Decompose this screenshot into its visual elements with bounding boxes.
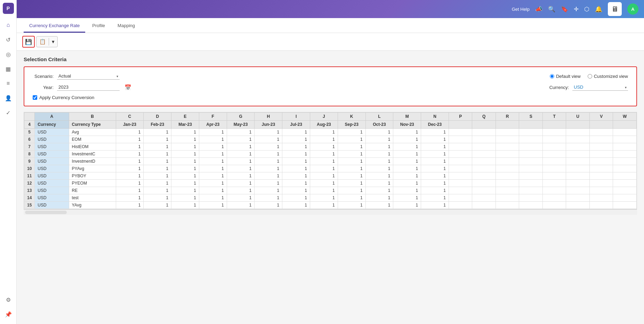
cell-val-0-6[interactable]: 1 <box>282 129 310 136</box>
cell-val-3-5[interactable]: 1 <box>255 151 282 158</box>
table-row[interactable]: 10USDPYAvg111111111111 <box>24 165 637 172</box>
tab-currency-exchange-rate[interactable]: Currency Exchange Rate <box>24 18 85 33</box>
cell-currency-2[interactable]: USD <box>35 143 69 151</box>
table-row[interactable]: 15USDYAvg111111111111 <box>24 202 637 209</box>
col-header-D[interactable]: D <box>144 113 171 121</box>
cell-val-6-7[interactable]: 1 <box>310 172 338 180</box>
currency-select[interactable]: USD <box>572 84 628 91</box>
table-row[interactable]: 13USDRE111111111111 <box>24 187 637 194</box>
apply-currency-checkbox[interactable] <box>33 95 37 100</box>
cell-val-7-10[interactable]: 1 <box>393 180 421 187</box>
customized-view-radio-label[interactable]: Customized view <box>588 74 628 79</box>
table-row[interactable]: 11USDPYBOY111111111111 <box>24 172 637 180</box>
table-row[interactable]: 9USDInvestmentD111111111111 <box>24 158 637 165</box>
cell-val-7-7[interactable]: 1 <box>310 180 338 187</box>
cell-val-10-3[interactable]: 1 <box>199 202 227 209</box>
export-dropdown-arrow[interactable]: ▾ <box>49 37 57 47</box>
cell-val-10-2[interactable]: 1 <box>171 202 199 209</box>
cell-val-7-6[interactable]: 1 <box>282 180 310 187</box>
cell-val-3-4[interactable]: 1 <box>227 151 255 158</box>
cell-val-7-0[interactable]: 1 <box>116 180 144 187</box>
app-logo[interactable]: P <box>3 3 14 14</box>
cell-val-3-2[interactable]: 1 <box>171 151 199 158</box>
header-may23[interactable]: May-23 <box>227 121 255 129</box>
cell-currency-10[interactable]: USD <box>35 202 69 209</box>
cell-val-0-7[interactable]: 1 <box>310 129 338 136</box>
col-header-K[interactable]: K <box>338 113 365 121</box>
cell-val-9-2[interactable]: 1 <box>171 194 199 202</box>
cell-val-9-3[interactable]: 1 <box>199 194 227 202</box>
col-header-R[interactable]: R <box>496 113 519 121</box>
header-dec23[interactable]: Dec-23 <box>421 121 449 129</box>
cell-val-5-7[interactable]: 1 <box>310 165 338 172</box>
cell-val-10-9[interactable]: 1 <box>365 202 393 209</box>
cell-val-5-2[interactable]: 1 <box>171 165 199 172</box>
cell-val-9-1[interactable]: 1 <box>144 194 171 202</box>
cell-val-8-10[interactable]: 1 <box>393 187 421 194</box>
cell-currency-0[interactable]: USD <box>35 129 69 136</box>
cell-val-2-2[interactable]: 1 <box>171 143 199 151</box>
col-header-H[interactable]: H <box>255 113 282 121</box>
cell-val-8-9[interactable]: 1 <box>365 187 393 194</box>
cell-val-10-10[interactable]: 1 <box>393 202 421 209</box>
cell-val-2-5[interactable]: 1 <box>255 143 282 151</box>
sidebar-item-pin[interactable]: 📌 <box>2 308 15 321</box>
cell-currency-9[interactable]: USD <box>35 194 69 202</box>
cell-val-10-1[interactable]: 1 <box>144 202 171 209</box>
col-header-S[interactable]: S <box>519 113 543 121</box>
cell-val-10-4[interactable]: 1 <box>227 202 255 209</box>
cell-val-5-1[interactable]: 1 <box>144 165 171 172</box>
cell-val-3-11[interactable]: 1 <box>421 151 449 158</box>
col-header-C[interactable]: C <box>116 113 144 121</box>
table-row[interactable]: 8USDInvestmentC111111111111 <box>24 151 637 158</box>
cell-val-7-2[interactable]: 1 <box>171 180 199 187</box>
cell-val-6-8[interactable]: 1 <box>338 172 365 180</box>
cell-val-3-10[interactable]: 1 <box>393 151 421 158</box>
cell-val-2-7[interactable]: 1 <box>310 143 338 151</box>
cell-type-9[interactable]: test <box>69 194 116 202</box>
box-icon[interactable]: ⬡ <box>584 6 589 13</box>
cell-val-7-9[interactable]: 1 <box>365 180 393 187</box>
sidebar-item-person[interactable]: 👤 <box>2 92 15 104</box>
header-feb23[interactable]: Feb-23 <box>144 121 171 129</box>
cell-val-6-9[interactable]: 1 <box>365 172 393 180</box>
cell-val-6-0[interactable]: 1 <box>116 172 144 180</box>
col-header-W[interactable]: W <box>613 113 637 121</box>
cell-val-10-5[interactable]: 1 <box>255 202 282 209</box>
cell-val-8-8[interactable]: 1 <box>338 187 365 194</box>
cell-val-0-4[interactable]: 1 <box>227 129 255 136</box>
user-avatar[interactable]: A <box>627 3 638 15</box>
cell-val-3-9[interactable]: 1 <box>365 151 393 158</box>
cell-val-4-3[interactable]: 1 <box>199 158 227 165</box>
cell-val-10-6[interactable]: 1 <box>282 202 310 209</box>
app-switcher-icon[interactable]: 🖥 <box>608 2 622 16</box>
header-nov23[interactable]: Nov-23 <box>393 121 421 129</box>
cell-val-8-1[interactable]: 1 <box>144 187 171 194</box>
cell-val-4-2[interactable]: 1 <box>171 158 199 165</box>
cell-val-5-5[interactable]: 1 <box>255 165 282 172</box>
search-icon[interactable]: 🔍 <box>548 6 555 13</box>
cell-val-1-8[interactable]: 1 <box>338 136 365 143</box>
cell-val-8-3[interactable]: 1 <box>199 187 227 194</box>
cell-val-9-5[interactable]: 1 <box>255 194 282 202</box>
announcement-icon[interactable]: 📣 <box>535 6 542 13</box>
sidebar-item-home[interactable]: ⌂ <box>2 19 15 31</box>
col-header-L[interactable]: L <box>365 113 393 121</box>
save-button[interactable]: 💾 <box>22 36 35 48</box>
cell-type-1[interactable]: EOM <box>69 136 116 143</box>
cell-val-0-1[interactable]: 1 <box>144 129 171 136</box>
cell-val-1-2[interactable]: 1 <box>171 136 199 143</box>
cell-val-6-2[interactable]: 1 <box>171 172 199 180</box>
cell-val-0-2[interactable]: 1 <box>171 129 199 136</box>
cell-val-0-9[interactable]: 1 <box>365 129 393 136</box>
cell-val-3-6[interactable]: 1 <box>282 151 310 158</box>
cell-val-1-6[interactable]: 1 <box>282 136 310 143</box>
col-header-A[interactable]: A <box>35 113 69 121</box>
table-row[interactable]: 7USDHistEOM111111111111 <box>24 143 637 151</box>
sidebar-item-task[interactable]: ✓ <box>2 106 15 119</box>
table-row[interactable]: 12USDPYEOM111111111111 <box>24 180 637 187</box>
header-currency-type[interactable]: Currency Type <box>69 121 116 129</box>
cell-val-2-1[interactable]: 1 <box>144 143 171 151</box>
default-view-radio[interactable] <box>550 74 554 79</box>
cell-val-5-10[interactable]: 1 <box>393 165 421 172</box>
